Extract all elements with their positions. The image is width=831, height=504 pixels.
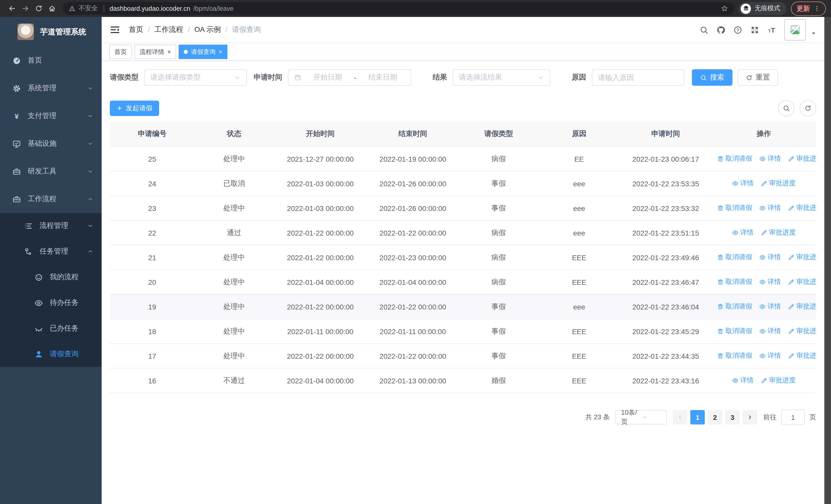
- app-logo-row[interactable]: 芋道管理系统: [0, 17, 102, 47]
- table-row[interactable]: 21处理中2022-01-22 00:00:002022-01-23 00:00…: [110, 245, 816, 270]
- reason-input[interactable]: [592, 70, 684, 85]
- question-button[interactable]: ?: [734, 25, 742, 34]
- search-button[interactable]: [699, 25, 708, 34]
- close-icon[interactable]: ×: [167, 49, 171, 55]
- sidebar-item-devtools[interactable]: 研发工具: [0, 157, 102, 185]
- bookmark-star-icon[interactable]: [721, 5, 728, 12]
- end-date-placeholder[interactable]: 结束日期: [361, 73, 405, 82]
- breadcrumb-item[interactable]: 首页: [129, 25, 143, 34]
- browser-home-button[interactable]: [45, 2, 58, 15]
- action-detail[interactable]: 详情: [760, 327, 781, 336]
- action-cancel[interactable]: 取消请假: [717, 277, 752, 287]
- action-progress[interactable]: 审批进度: [788, 154, 816, 164]
- action-cancel[interactable]: 取消请假: [717, 253, 752, 262]
- breadcrumb-item[interactable]: 工作流程: [154, 25, 183, 34]
- browser-back-button[interactable]: [5, 2, 19, 15]
- leave-type-select[interactable]: 请选择请假类型: [144, 69, 247, 86]
- table-row[interactable]: 22通过2022-01-22 00:00:002022-01-22 00:00:…: [110, 220, 816, 245]
- sidebar-item-payment[interactable]: ¥支付管理: [0, 102, 102, 130]
- sidebar-item-workflow[interactable]: 工作流程: [0, 185, 102, 213]
- table-row[interactable]: 18处理中2022-01-11 00:00:002022-01-11 00:00…: [110, 319, 816, 344]
- action-cancel[interactable]: 取消请假: [717, 302, 752, 311]
- close-icon[interactable]: ×: [219, 49, 222, 55]
- browser-menu-icon[interactable]: [813, 5, 820, 12]
- action-detail[interactable]: 详情: [732, 228, 753, 237]
- action-cancel[interactable]: 取消请假: [717, 351, 752, 360]
- address-bar[interactable]: 不安全 dashboard.yudao.iocoder.cn/bpm/oa/le…: [63, 2, 735, 15]
- apply-time-range-picker[interactable]: 开始日期 - 结束日期: [288, 69, 411, 86]
- page-button-1[interactable]: 1: [690, 410, 705, 424]
- search-button[interactable]: 搜索: [692, 69, 733, 86]
- action-cancel[interactable]: 取消请假: [717, 154, 752, 164]
- result-select[interactable]: 请选择流结果: [453, 69, 550, 86]
- breadcrumb-item[interactable]: OA 示例: [195, 25, 221, 34]
- action-progress[interactable]: 审批进度: [788, 277, 816, 287]
- action-detail[interactable]: 详情: [732, 179, 753, 188]
- next-page-button[interactable]: [743, 410, 757, 424]
- sidebar-item-infra[interactable]: 基础设施: [0, 130, 102, 157]
- tab-流程详情[interactable]: 流程详情×: [135, 45, 176, 59]
- start-date-placeholder[interactable]: 开始日期: [306, 73, 350, 82]
- browser-update-button[interactable]: 更新: [791, 1, 826, 16]
- table-row[interactable]: 17处理中2022-01-22 00:00:002022-01-22 00:00…: [110, 344, 816, 368]
- sidebar-item-my-process[interactable]: 我的流程: [0, 264, 102, 290]
- page-button-2[interactable]: 2: [708, 410, 722, 424]
- table-row[interactable]: 16不通过2022-01-04 00:00:002022-01-13 00:00…: [110, 368, 816, 393]
- action-progress[interactable]: 审批进度: [788, 253, 816, 262]
- browser-forward-button[interactable]: [19, 2, 32, 15]
- font-size-button[interactable]: TT: [767, 25, 776, 34]
- goto-page-input[interactable]: [781, 410, 805, 425]
- sidebar-item-label: 流程管理: [39, 221, 87, 231]
- sidebar-collapse-button[interactable]: [110, 25, 120, 35]
- action-detail[interactable]: 详情: [760, 277, 781, 287]
- page-button-3[interactable]: 3: [725, 410, 740, 424]
- action-progress[interactable]: 审批进度: [788, 351, 816, 360]
- action-progress[interactable]: 审批进度: [788, 302, 816, 311]
- action-detail[interactable]: 详情: [760, 204, 781, 213]
- trash-icon: [717, 303, 724, 310]
- avatar-caret-icon[interactable]: [811, 31, 816, 36]
- cell-start-time: 2022-01-03 00:00:00: [274, 196, 367, 220]
- toggle-search-button[interactable]: [778, 100, 795, 117]
- breadcrumb: 首页/工作流程/OA 示例/请假查询: [129, 25, 261, 34]
- page-size-select[interactable]: 10条/页: [615, 410, 667, 424]
- github-button[interactable]: [717, 25, 725, 34]
- sidebar-item-home[interactable]: 首页: [0, 47, 102, 75]
- reset-button[interactable]: 重置: [738, 69, 778, 86]
- cell-actions: 详情审批进度: [712, 171, 816, 196]
- sidebar-item-system[interactable]: 系统管理: [0, 75, 102, 102]
- action-cancel[interactable]: 取消请假: [717, 327, 752, 336]
- create-leave-label: 发起请假: [126, 104, 152, 113]
- create-leave-button[interactable]: 发起请假: [110, 100, 159, 116]
- sidebar-item-task-mgmt[interactable]: 任务管理: [0, 239, 102, 264]
- action-progress[interactable]: 审批进度: [761, 179, 796, 188]
- table-row[interactable]: 23处理中2022-01-03 00:00:002022-01-26 00:00…: [110, 196, 816, 220]
- table-row[interactable]: 20处理中2022-01-04 00:00:002022-01-04 00:00…: [110, 270, 816, 294]
- sidebar-item-leave-query[interactable]: 请假查询: [0, 341, 102, 367]
- tab-首页[interactable]: 首页: [109, 45, 132, 59]
- tab-请假查询[interactable]: 请假查询×: [179, 45, 227, 59]
- action-progress[interactable]: 审批进度: [761, 228, 796, 237]
- action-detail[interactable]: 详情: [732, 376, 753, 385]
- user-avatar[interactable]: [784, 19, 806, 40]
- action-detail[interactable]: 详情: [760, 154, 781, 164]
- table-row[interactable]: 25处理中2021-12-27 00:00:002022-01-19 00:00…: [110, 147, 816, 171]
- sidebar-item-process-mgmt[interactable]: 流程管理: [0, 213, 102, 239]
- image-placeholder-icon: [790, 24, 801, 35]
- action-label: 详情: [768, 327, 781, 336]
- action-cancel[interactable]: 取消请假: [717, 204, 752, 213]
- table-row[interactable]: 19处理中2022-01-22 00:00:002022-01-22 00:00…: [110, 294, 816, 319]
- action-detail[interactable]: 详情: [760, 253, 781, 262]
- sidebar-item-todo-tasks[interactable]: 待办任务: [0, 290, 102, 316]
- prev-page-button[interactable]: [673, 410, 687, 424]
- fullscreen-button[interactable]: [750, 25, 759, 34]
- table-row[interactable]: 24已取消2022-01-03 00:00:002022-01-26 00:00…: [110, 171, 816, 196]
- action-progress[interactable]: 审批进度: [761, 376, 796, 385]
- action-detail[interactable]: 详情: [760, 351, 781, 360]
- sidebar-item-done-tasks[interactable]: 已办任务: [0, 316, 102, 341]
- action-detail[interactable]: 详情: [760, 302, 781, 311]
- refresh-table-button[interactable]: [800, 100, 816, 117]
- action-progress[interactable]: 审批进度: [788, 327, 816, 336]
- browser-reload-button[interactable]: [32, 2, 45, 15]
- action-progress[interactable]: 审批进度: [788, 204, 816, 213]
